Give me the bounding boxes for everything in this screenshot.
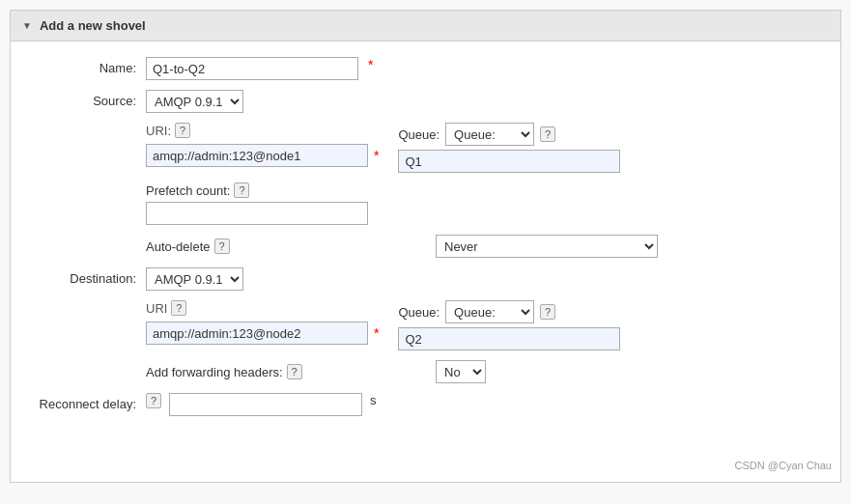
reconnect-label: Reconnect delay: [30, 393, 146, 411]
destination-label: Destination: [30, 267, 146, 286]
chevron-icon: ▼ [22, 20, 32, 31]
source-autodelete-label: Auto-delete [146, 239, 211, 254]
source-uri-label: URI: [146, 124, 171, 138]
panel-header[interactable]: ▼ Add a new shovel [11, 11, 840, 42]
source-queue-input[interactable] [398, 150, 620, 173]
panel-title: Add a new shovel [40, 18, 146, 33]
destination-protocol-select[interactable]: AMQP 0.9.1 AMQP 1.0 [146, 267, 243, 291]
destination-uri-input[interactable] [146, 322, 368, 345]
destination-uri-row: URI ? * Queue: Queue: [30, 300, 821, 350]
source-autodelete-select[interactable]: Never After initial length transferred O… [436, 235, 658, 258]
reconnect-help[interactable]: ? [146, 393, 161, 408]
source-protocol-select[interactable]: AMQP 0.9.1 AMQP 1.0 [146, 90, 243, 113]
name-input[interactable] [146, 57, 358, 80]
source-uri-spacer [30, 123, 146, 126]
panel-body: Name: * Source: AMQP 0.9.1 AMQP 1.0 [11, 42, 840, 441]
destination-queue-select[interactable]: Queue: Exchange: [445, 300, 534, 323]
source-prefetch-input[interactable] [146, 202, 368, 225]
name-content: * [146, 57, 821, 80]
destination-content: AMQP 0.9.1 AMQP 1.0 [146, 267, 821, 291]
source-uri-help[interactable]: ? [175, 123, 190, 138]
destination-queue-help[interactable]: ? [540, 304, 555, 320]
destination-uri-spacer [30, 300, 146, 304]
source-prefetch-row: Prefetch count: ? [30, 182, 821, 225]
destination-queue-label: Queue: [398, 305, 440, 320]
source-prefetch-help[interactable]: ? [234, 182, 249, 198]
destination-row: Destination: AMQP 0.9.1 AMQP 1.0 [30, 267, 821, 291]
source-autodelete-spacer [30, 235, 146, 238]
add-shovel-panel: ▼ Add a new shovel Name: * Source: AMQP … [10, 10, 841, 483]
destination-fwd-spacer [30, 360, 146, 364]
destination-uri-label-row: URI ? [146, 300, 379, 316]
name-row: Name: * [30, 57, 821, 80]
destination-uri-required: * [374, 325, 379, 341]
source-uri-input[interactable] [146, 144, 368, 167]
source-uri-required: * [374, 148, 379, 163]
source-autodelete-help[interactable]: ? [214, 238, 230, 254]
source-label: Source: [30, 90, 146, 108]
reconnect-content: ? s [146, 393, 821, 416]
source-uri-row: URI: ? * Queue: Queue: [30, 123, 821, 173]
destination-uri-label: URI [146, 301, 167, 316]
watermark: CSDN @Cyan Chau [735, 460, 832, 471]
destination-queue-input[interactable] [398, 327, 620, 350]
source-queue-select[interactable]: Queue: Exchange: [445, 123, 534, 146]
reconnect-unit: s [370, 393, 377, 407]
source-content: AMQP 0.9.1 AMQP 1.0 [146, 90, 821, 113]
name-label: Name: [30, 57, 146, 75]
reconnect-row: Reconnect delay: ? s [30, 393, 821, 416]
source-queue-label: Queue: [398, 127, 440, 142]
source-queue-help[interactable]: ? [540, 126, 555, 142]
destination-uri-help[interactable]: ? [171, 300, 186, 316]
source-prefetch-spacer [30, 182, 146, 186]
source-row: Source: AMQP 0.9.1 AMQP 1.0 [30, 90, 821, 113]
destination-fwd-select[interactable]: No Yes [436, 360, 486, 383]
destination-fwd-label: Add forwarding headers: [146, 365, 283, 379]
source-autodelete-row: Auto-delete ? Never After initial length… [30, 235, 821, 258]
source-prefetch-label: Prefetch count: [146, 183, 230, 198]
destination-fwd-help[interactable]: ? [287, 364, 302, 379]
name-required: * [368, 57, 373, 72]
destination-fwd-row: Add forwarding headers: ? No Yes [30, 360, 821, 383]
source-uri-label-row: URI: ? [146, 123, 379, 138]
reconnect-input[interactable] [169, 393, 362, 416]
